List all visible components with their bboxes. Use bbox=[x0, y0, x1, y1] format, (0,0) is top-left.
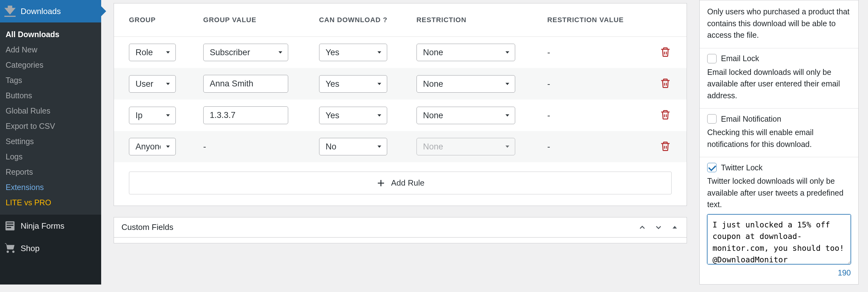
trash-icon bbox=[660, 78, 671, 89]
restriction-value: - bbox=[532, 68, 639, 99]
submenu-item[interactable]: Buttons bbox=[0, 88, 101, 103]
restriction-select[interactable]: None bbox=[416, 107, 515, 124]
submenu-item[interactable]: All Downloads bbox=[0, 27, 101, 42]
th-restriction-value: RESTRICTION VALUE bbox=[532, 3, 639, 37]
submenu-item[interactable]: Reports bbox=[0, 164, 101, 180]
admin-sidebar: Downloads All DownloadsAdd NewCategories… bbox=[0, 0, 101, 285]
twitter-lock-item: Twitter Lock Twitter locked downloads wi… bbox=[700, 157, 858, 284]
submenu-item[interactable]: Settings bbox=[0, 134, 101, 149]
download-options-box: Only users who purchased a product that … bbox=[700, 0, 859, 285]
email-notification-checkbox[interactable] bbox=[707, 114, 717, 124]
main-content: GROUP GROUP VALUE CAN DOWNLOAD ? RESTRIC… bbox=[101, 0, 700, 285]
chevron-up-icon[interactable] bbox=[638, 223, 647, 232]
group-value-select[interactable]: Subscriber bbox=[203, 44, 288, 61]
form-icon bbox=[4, 220, 16, 231]
rule-row: IpYesNone- bbox=[114, 99, 687, 131]
th-can-download: CAN DOWNLOAD ? bbox=[304, 3, 402, 37]
restriction-value: - bbox=[532, 131, 639, 162]
restriction-select[interactable]: None bbox=[416, 75, 515, 93]
custom-fields-postbox: Custom Fields bbox=[114, 217, 687, 243]
toggle-triangle-icon[interactable] bbox=[670, 223, 679, 232]
can-download-select[interactable]: Yes bbox=[319, 44, 387, 61]
th-actions bbox=[639, 3, 687, 37]
delete-rule-button[interactable] bbox=[658, 107, 673, 123]
menu-downloads[interactable]: Downloads bbox=[0, 0, 101, 23]
email-lock-checkbox[interactable] bbox=[707, 54, 717, 63]
submenu-item[interactable]: Global Rules bbox=[0, 103, 101, 119]
group-select[interactable]: Ip bbox=[129, 107, 176, 124]
group-value-input[interactable] bbox=[203, 75, 288, 93]
right-sidebar: Only users who purchased a product that … bbox=[700, 0, 868, 285]
email-notification-label: Email Notification bbox=[721, 115, 781, 124]
twitter-tweet-textarea[interactable] bbox=[707, 214, 851, 264]
submenu-downloads: All DownloadsAdd NewCategoriesTagsButton… bbox=[0, 23, 101, 215]
purchase-lock-item: Only users who purchased a product that … bbox=[700, 0, 858, 48]
can-download-select[interactable]: Yes bbox=[319, 75, 387, 93]
twitter-lock-desc: Twitter locked downloads will only be av… bbox=[707, 175, 851, 210]
th-restriction: RESTRICTION bbox=[402, 3, 532, 37]
chevron-down-icon[interactable] bbox=[654, 223, 663, 232]
restriction-value: - bbox=[532, 37, 639, 68]
twitter-lock-label: Twitter Lock bbox=[721, 163, 763, 172]
email-lock-item: Email Lock Email locked downloads will o… bbox=[700, 48, 858, 108]
submenu-item[interactable]: Extensions bbox=[0, 180, 101, 195]
rule-row: UserYesNone- bbox=[114, 68, 687, 99]
rule-row: RoleSubscriberYesNone- bbox=[114, 37, 687, 68]
rules-table: GROUP GROUP VALUE CAN DOWNLOAD ? RESTRIC… bbox=[114, 3, 687, 162]
restriction-select[interactable]: None bbox=[416, 44, 515, 61]
trash-icon bbox=[660, 46, 671, 58]
twitter-char-counter: 190 bbox=[707, 268, 851, 277]
email-notification-desc: Checking this will enable email notifica… bbox=[707, 127, 851, 150]
submenu-item[interactable]: Tags bbox=[0, 73, 101, 88]
menu-downloads-label: Downloads bbox=[21, 6, 61, 16]
group-select[interactable]: Role bbox=[129, 44, 176, 61]
trash-icon bbox=[660, 141, 671, 152]
email-lock-label: Email Lock bbox=[721, 54, 759, 63]
th-group-value: GROUP VALUE bbox=[188, 3, 304, 37]
submenu-item[interactable]: Categories bbox=[0, 57, 101, 73]
group-select[interactable]: Anyone bbox=[129, 138, 176, 155]
group-select[interactable]: User bbox=[129, 75, 176, 93]
submenu-item[interactable]: Export to CSV bbox=[0, 119, 101, 134]
rules-metabox: GROUP GROUP VALUE CAN DOWNLOAD ? RESTRIC… bbox=[114, 3, 687, 206]
rule-row: Anyone-NoNone- bbox=[114, 131, 687, 162]
add-rule-label: Add Rule bbox=[391, 178, 425, 188]
add-rule-button[interactable]: Add Rule bbox=[129, 171, 672, 194]
menu-ninja-forms-label: Ninja Forms bbox=[21, 221, 64, 231]
plus-icon bbox=[376, 179, 385, 188]
can-download-select[interactable]: Yes bbox=[319, 107, 387, 124]
delete-rule-button[interactable] bbox=[658, 139, 673, 155]
menu-shop-label: Shop bbox=[21, 244, 40, 253]
restriction-value: - bbox=[532, 99, 639, 131]
purchase-lock-desc: Only users who purchased a product that … bbox=[707, 6, 851, 41]
trash-icon bbox=[660, 109, 671, 121]
menu-ninja-forms[interactable]: Ninja Forms bbox=[0, 215, 101, 237]
submenu-item[interactable]: Logs bbox=[0, 149, 101, 164]
twitter-lock-checkbox[interactable] bbox=[707, 163, 717, 172]
delete-rule-button[interactable] bbox=[658, 44, 673, 61]
submenu-item[interactable]: LITE vs PRO bbox=[0, 195, 101, 210]
submenu-item[interactable]: Add New bbox=[0, 42, 101, 57]
delete-rule-button[interactable] bbox=[658, 76, 673, 92]
can-download-select[interactable]: No bbox=[319, 138, 387, 155]
cart-icon bbox=[4, 243, 16, 254]
custom-fields-title: Custom Fields bbox=[121, 222, 173, 232]
custom-fields-header: Custom Fields bbox=[114, 218, 687, 237]
th-group: GROUP bbox=[114, 3, 188, 37]
email-lock-desc: Email locked downloads will only be avai… bbox=[707, 66, 851, 102]
email-notification-item: Email Notification Checking this will en… bbox=[700, 108, 858, 157]
group-value-dash: - bbox=[188, 131, 304, 162]
menu-shop[interactable]: Shop bbox=[0, 237, 101, 260]
download-icon bbox=[4, 6, 16, 17]
group-value-input[interactable] bbox=[203, 106, 288, 124]
restriction-select: None bbox=[416, 138, 515, 155]
